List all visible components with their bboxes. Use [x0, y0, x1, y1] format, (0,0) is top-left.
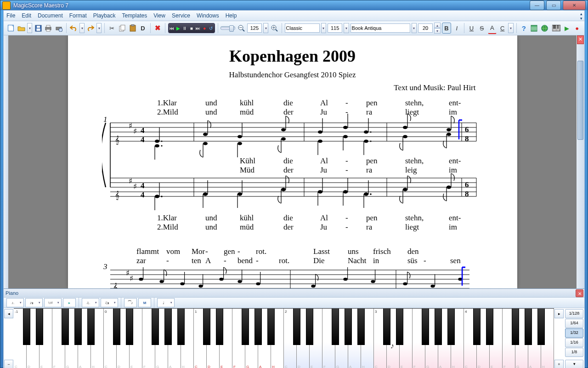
font-color-button[interactable]: A [488, 23, 497, 34]
save-icon[interactable] [34, 23, 42, 34]
settings-icon[interactable] [530, 23, 538, 34]
cut-icon[interactable]: ✂ [107, 23, 116, 34]
menu-templates[interactable]: Templates [122, 12, 147, 19]
menu-format[interactable]: Format [69, 12, 87, 19]
doc-close-icon[interactable]: ✕ [577, 35, 584, 44]
loop-icon[interactable]: ↺ [208, 23, 214, 33]
note-accidental-icon[interactable]: ♪. [7, 300, 18, 305]
open-dropdown[interactable]: ▾ [27, 23, 33, 33]
score-area[interactable]: Frauenchor Kopenhagen 2009 Halbstundench… [8, 35, 577, 288]
minimize-button[interactable]: — [530, 0, 544, 10]
paste-icon[interactable] [128, 23, 137, 34]
piano-keyboard[interactable]: CDEFGAHCDEFGAHCDEFGAHCDEFGAHCDEFGAHCDEFG… [14, 308, 554, 368]
menu-service[interactable]: Service [172, 12, 190, 19]
copy-icon[interactable] [118, 23, 126, 34]
black-key[interactable] [74, 309, 82, 345]
record2-icon[interactable]: ● [572, 23, 581, 34]
c-button[interactable]: C [498, 23, 507, 34]
c-dropdown[interactable]: ▾ [508, 23, 514, 33]
font-size-down[interactable]: ▾ [434, 28, 441, 34]
new-icon[interactable] [6, 23, 15, 34]
black-key[interactable] [23, 309, 30, 345]
piano-minus[interactable]: − [4, 360, 13, 368]
tie-icon[interactable]: ⁀♪ [125, 300, 136, 305]
font-select[interactable] [351, 23, 410, 33]
piano-close-icon[interactable]: ✕ [576, 289, 583, 297]
beam-icon[interactable]: ♫. [83, 300, 94, 305]
duration-1-16[interactable]: 1/16 [565, 338, 583, 347]
piano-scroll-right[interactable]: ▸ [554, 309, 564, 318]
menu-overflow-icon[interactable]: ▴▾ [580, 12, 582, 21]
black-key[interactable] [87, 309, 95, 345]
record-icon[interactable]: ● [201, 23, 208, 33]
black-key[interactable] [422, 309, 429, 345]
print-icon[interactable] [44, 23, 53, 34]
duration-more[interactable]: ▾ [565, 360, 583, 368]
style-select[interactable] [285, 23, 320, 33]
font-size-input[interactable] [418, 23, 433, 33]
black-key[interactable] [254, 309, 262, 345]
menu-view[interactable]: View [153, 12, 165, 19]
skip-start-icon[interactable]: ⏮ [169, 23, 175, 33]
scroll-thumb[interactable] [577, 61, 583, 140]
black-key[interactable] [332, 309, 339, 345]
beam3-icon[interactable]: ♫₃ [102, 300, 113, 305]
black-key[interactable] [216, 309, 223, 345]
black-key[interactable] [177, 309, 185, 345]
font-dropdown[interactable]: ▾ [412, 23, 417, 33]
black-key[interactable] [36, 309, 43, 345]
undo-dropdown[interactable]: ▾ [79, 23, 85, 33]
pause-icon[interactable]: ⏸ [181, 23, 188, 33]
black-key[interactable] [357, 309, 365, 345]
black-key[interactable] [447, 309, 455, 345]
black-key[interactable] [525, 309, 532, 345]
maximize-button[interactable]: ▭ [546, 0, 561, 10]
duration-1-64[interactable]: 1/64 [565, 319, 583, 328]
open-icon[interactable] [17, 23, 25, 34]
web-icon[interactable] [540, 23, 549, 34]
menu-edit[interactable]: Edit [22, 12, 31, 19]
piano-scroll-left[interactable]: ◂ [4, 309, 13, 318]
underline-button[interactable]: U [467, 23, 476, 34]
natural-sharp-icon[interactable]: ♮/♯ [45, 300, 56, 305]
black-key[interactable] [396, 309, 403, 345]
black-key[interactable] [152, 309, 159, 345]
menu-file[interactable]: File [6, 12, 15, 19]
style-size-dropdown[interactable]: ▾ [344, 23, 349, 33]
duration-1-32[interactable]: 1/32 [565, 328, 583, 338]
play-note-icon[interactable]: ▸ [64, 300, 75, 305]
piano-plus[interactable]: + [554, 360, 564, 368]
tempo-slider[interactable] [220, 26, 235, 30]
black-key[interactable] [345, 309, 352, 345]
mark-icon[interactable]: M [139, 300, 150, 305]
redo-icon[interactable] [86, 23, 95, 34]
bold-button[interactable]: B [442, 23, 451, 34]
black-key[interactable] [512, 309, 519, 345]
zoom-input[interactable] [247, 23, 262, 33]
zoom-dropdown[interactable]: ▾ [263, 23, 269, 33]
black-key[interactable] [306, 309, 313, 345]
style-size-input[interactable] [328, 23, 342, 33]
duration-1-8[interactable]: 1/8 [565, 348, 583, 357]
black-key[interactable] [486, 309, 493, 345]
black-key[interactable] [473, 309, 481, 345]
black-key[interactable] [164, 309, 172, 345]
black-key[interactable] [242, 309, 249, 345]
menu-help[interactable]: Help [226, 12, 237, 19]
menu-document[interactable]: Document [38, 12, 63, 19]
strike-button[interactable]: S [477, 23, 486, 34]
black-key[interactable] [113, 309, 120, 345]
window-close-button[interactable]: ✕ [563, 0, 586, 10]
note-mode-icon[interactable]: ♩ [158, 300, 169, 305]
vertical-scrollbar[interactable]: ✕ [577, 35, 584, 288]
duration-1-128[interactable]: 1/128 [565, 309, 583, 318]
black-key[interactable] [203, 309, 210, 345]
print-preview-icon[interactable] [54, 23, 63, 34]
black-key[interactable] [293, 309, 300, 345]
menu-playback[interactable]: Playback [93, 12, 116, 19]
zoom-in-icon[interactable] [270, 23, 278, 34]
score-notation[interactable]: 1.KlarundkühldieAl-penstehn,ent- 2.Mildu… [102, 95, 483, 288]
black-key[interactable] [62, 309, 69, 345]
menu-windows[interactable]: Windows [197, 12, 219, 19]
black-key[interactable] [383, 309, 390, 345]
